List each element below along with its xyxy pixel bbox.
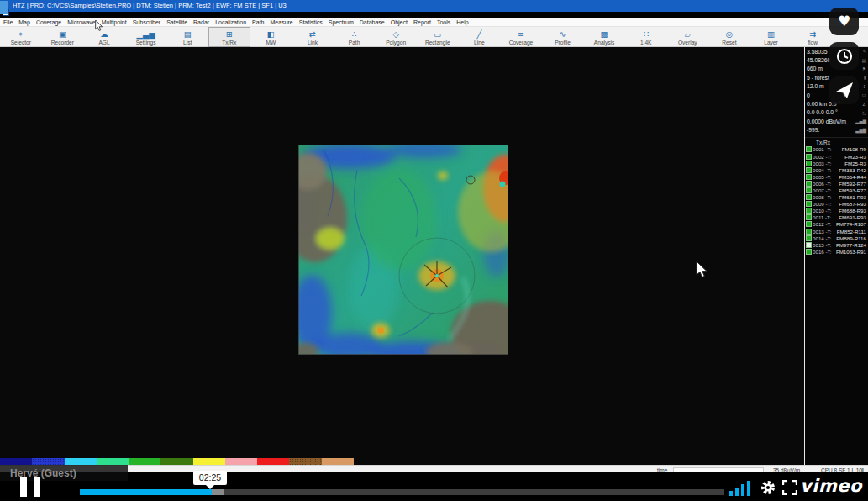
txrx-checkbox[interactable] [807,161,811,166]
txrx-name: FM681-R93 [835,194,866,200]
volume-bar-icon [729,491,733,496]
txrx-name: FM774-R107 [835,221,866,227]
menu-item[interactable]: Statistics [299,19,323,25]
toolbar-button[interactable]: ╱ Line [459,27,501,47]
txrx-row[interactable]: 0002 -T: FM23-R3 [805,153,868,160]
txrx-checkbox[interactable] [807,229,811,234]
txrx-list: 0001 -T: FM108-R9 0002 -T: FM23-R3 0003 … [805,146,868,256]
menu-item[interactable]: Measure [271,19,293,25]
txrx-row[interactable]: 0013 -T: FM852-R111 [805,228,868,235]
txrx-checkbox[interactable] [807,175,811,179]
txrx-checkbox[interactable] [807,155,811,159]
color-scale-segment: 1321 [257,458,289,465]
toolbar-button[interactable]: ▩ Analysis [583,27,625,47]
toolbar-button[interactable]: ☁ AGL [83,27,125,47]
menu-item[interactable]: Map [18,19,30,25]
txrx-checkbox[interactable] [807,208,811,213]
color-scale-segment: 415 [65,458,97,465]
txrx-checkbox[interactable] [807,236,811,240]
txrx-checkbox[interactable] [807,195,811,199]
toolbar-button-label: Recorder [51,40,74,45]
txrx-id: 0013 -T: [813,229,834,235]
seek-bar[interactable] [80,489,724,495]
toolbar-button-label: flow [808,40,818,45]
toolbar-button-label: Coverage [509,40,534,45]
txrx-checkbox[interactable] [807,215,811,219]
watch-later-button[interactable] [829,42,859,70]
share-button[interactable] [829,76,859,104]
status-value-icon: ↕ [862,84,866,89]
txrx-id: 0006 -T: [813,181,834,187]
toolbar-button[interactable]: ◧ MW [250,27,292,47]
txrx-name: FM688-R93 [835,208,866,214]
toolbar-button-icon: ▩ [601,29,608,39]
txrx-row[interactable]: 0003 -T: FM25-R3 [805,160,868,166]
fullscreen-button[interactable] [782,480,797,495]
txrx-row[interactable]: 0014 -T: FM889-R116 [805,235,868,241]
toolbar-button[interactable]: ⊞ Tx/Rx [208,27,250,47]
txrx-checkbox[interactable] [807,182,811,186]
toolbar-button-label: 1:4K [640,40,652,45]
txrx-checkbox[interactable] [807,250,811,254]
toolbar-button[interactable]: ▭ Rectangle [417,27,459,47]
txrx-row[interactable]: 0007 -T: FM593-R77 [805,187,868,193]
menu-item[interactable]: Coverage [36,19,61,25]
toolbar-button[interactable]: ⌖ Selector [0,27,42,47]
menu-item[interactable]: Satellite [166,19,187,25]
toolbar-button-icon: ◇ [392,29,398,39]
toolbar-button[interactable]: ⇉ flow [792,27,834,47]
menu-item[interactable]: Spectrum [329,19,354,25]
txrx-checkbox[interactable] [807,147,811,151]
toolbar-button[interactable]: ⇄ Link [292,27,334,47]
txrx-checkbox[interactable] [807,188,811,192]
txrx-checkbox[interactable] [807,222,811,226]
txrx-row[interactable]: 0012 -T: FM774-R107 [805,221,868,228]
like-button[interactable]: ♥ [829,8,859,35]
menu-item[interactable]: Multipoint [102,19,127,25]
vimeo-logo[interactable]: vimeo [800,476,862,496]
txrx-checkbox[interactable] [807,243,811,247]
toolbar-button[interactable]: ▱ Overlay [667,27,709,47]
toolbar-button[interactable]: ∷ 1:4K [625,27,667,47]
menu-item[interactable]: Path [252,19,264,25]
toolbar-button-label: Tx/Rx [222,40,236,45]
menu-item[interactable]: Microwave [67,19,95,25]
txrx-row[interactable]: 0011 -T: FM691-R93 [805,214,868,221]
txrx-row[interactable]: 0001 -T: FM108-R9 [805,146,868,153]
menu-item[interactable]: Help [456,19,468,25]
toolbar-button[interactable]: ▥ Layer [750,27,792,47]
menu-item[interactable]: Localization [215,19,246,25]
txrx-row[interactable]: 0004 -T: FM333-R42 [805,166,868,173]
txrx-row[interactable]: 0005 -T: FM364-R44 [805,173,868,180]
txrx-row[interactable]: 0006 -T: FM592-R77 [805,180,868,187]
txrx-row[interactable]: 0015 -T: FM977-R124 [805,241,868,248]
toolbar-button[interactable]: ∿ Profile [542,27,584,47]
volume-control[interactable] [729,480,755,496]
settings-button[interactable] [760,479,776,496]
toolbar-button[interactable]: ◇ Polygon [375,27,417,47]
menu-item[interactable]: Database [360,19,385,25]
txrx-row[interactable]: 0009 -T: FM687-R93 [805,201,868,208]
coverage-map-image[interactable] [298,145,508,355]
menu-item[interactable]: Report [413,19,431,25]
txrx-checkbox[interactable] [807,168,811,172]
toolbar-button[interactable]: ≡ Coverage [500,27,542,47]
pause-button[interactable] [20,477,45,498]
toolbar-button[interactable]: ▁▃▅ Settings [125,27,167,47]
txrx-row[interactable]: 0010 -T: FM688-R93 [805,208,868,214]
toolbar-button-icon: ▤ [184,29,192,39]
menu-item[interactable]: Radar [193,19,209,25]
menu-item[interactable]: Subscriber [133,19,160,25]
toolbar-button[interactable]: ▣ Recorder [42,27,84,47]
toolbar-button[interactable]: ◎ Reset [708,27,750,47]
toolbar-button[interactable]: ▤ List [166,27,208,47]
txrx-row[interactable]: 0016 -T: FM1063-R91 [805,248,868,255]
toolbar-button-label: MW [266,40,276,45]
menu-item[interactable]: File [3,19,13,25]
txrx-row[interactable]: 0008 -T: FM681-R93 [805,194,868,201]
toolbar-button[interactable]: ∴ Path [334,27,376,47]
txrx-checkbox[interactable] [807,202,811,206]
menu-item[interactable]: Tools [437,19,450,25]
menu-item[interactable]: Object [391,19,408,25]
txrx-name: FM1063-R91 [835,249,866,255]
